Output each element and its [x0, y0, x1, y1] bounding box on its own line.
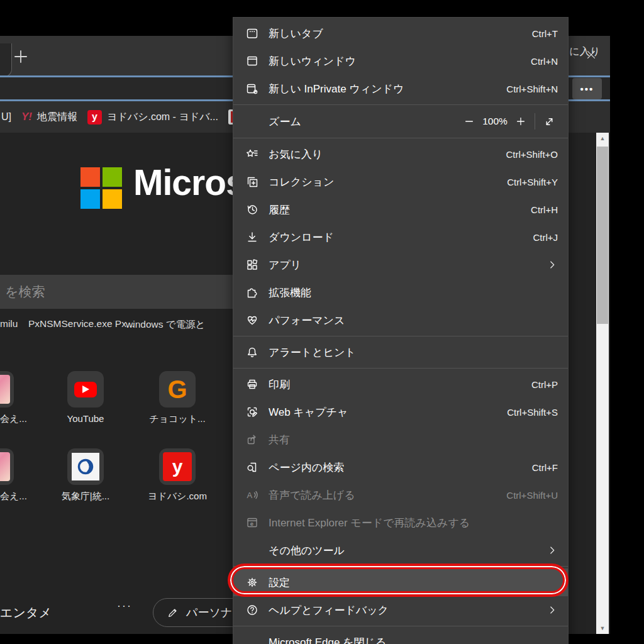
menu-item-find-on-page[interactable]: ページ内の検索Ctrl+F — [233, 453, 568, 481]
inprivate-icon — [246, 82, 258, 95]
menu-item-label: ページ内の検索 — [269, 460, 525, 475]
menu-item-performance[interactable]: パフォーマンス — [233, 306, 568, 334]
menu-item-shortcut: Ctrl+N — [531, 56, 558, 67]
menu-item-label: 音声で読み上げる — [269, 488, 499, 502]
print-icon — [246, 378, 258, 391]
menu-item-shortcut: Ctrl+J — [533, 232, 558, 243]
site-thumbnail-icon — [0, 375, 10, 404]
menu-item-settings[interactable]: 設定 — [233, 569, 568, 596]
ms-logo-red — [80, 167, 100, 187]
yahoo-favicon: Y! — [21, 111, 32, 123]
web-capture-icon — [246, 406, 258, 418]
zoom-in-button[interactable] — [512, 113, 530, 130]
menu-item-print[interactable]: 印刷Ctrl+P — [233, 370, 568, 398]
menu-item-shortcut: Ctrl+H — [531, 204, 558, 215]
no-icon — [246, 115, 258, 128]
collections-icon — [246, 175, 258, 188]
help-icon — [246, 604, 258, 616]
menu-item-more-tools[interactable]: その他のツール — [233, 536, 568, 564]
menu-item-new-tab[interactable]: 新しいタブCtrl+T — [233, 19, 568, 47]
scrollbar-down-icon[interactable]: ▼ — [596, 623, 609, 634]
fullscreen-icon — [543, 116, 555, 128]
menu-item-close-edge[interactable]: Microsoft Edge を閉じる — [233, 628, 568, 644]
menu-item-label: 新しいウィンドウ — [269, 54, 523, 69]
tile-label: ヨドバシ.com — [133, 491, 221, 502]
no-icon — [246, 544, 258, 557]
fullscreen-button[interactable] — [540, 113, 558, 130]
settings-and-more-button[interactable]: ••• — [572, 78, 602, 99]
chevron-right-icon — [547, 604, 558, 616]
ms-logo-yellow — [103, 189, 122, 209]
downloads-icon — [246, 231, 258, 243]
tile-partial-1[interactable] — [0, 371, 14, 408]
tile-yodobashi[interactable]: y — [159, 448, 196, 485]
tile-partial-2[interactable] — [0, 448, 14, 485]
active-tab-edge[interactable] — [0, 43, 12, 77]
performance-icon — [246, 314, 258, 326]
new-window-icon — [246, 55, 258, 67]
menu-item-history[interactable]: 履歴Ctrl+H — [233, 196, 568, 223]
scrollbar-thumb[interactable] — [597, 147, 608, 324]
bookmark-jishin[interactable]: Y!地震情報 — [21, 111, 77, 124]
menu-item-read-aloud: A音声で読み上げるCtrl+Shift+U — [233, 481, 568, 509]
menu-item-apps[interactable]: アプリ — [233, 251, 568, 279]
new-window-icon — [246, 55, 258, 67]
menu-item-downloads[interactable]: ダウンロードCtrl+J — [233, 223, 568, 251]
menu-item-label: 印刷 — [269, 377, 524, 392]
share-icon — [246, 433, 258, 446]
search-suggestion[interactable]: PxNSMService.exe Px... — [28, 318, 135, 330]
menu-item-shortcut: Ctrl+Shift+O — [506, 149, 558, 160]
zoom-out-button[interactable] — [460, 113, 478, 130]
menu-item-web-capture[interactable]: Web キャプチャCtrl+Shift+S — [233, 398, 568, 426]
feed-more-icon[interactable]: ··· — [117, 599, 132, 613]
svg-text:A: A — [247, 491, 253, 500]
tile-youtube[interactable] — [67, 371, 104, 408]
search-suggestion[interactable]: milu — [0, 318, 18, 330]
alerts-icon — [246, 346, 258, 358]
settings-icon — [246, 576, 258, 589]
menu-item-label: 設定 — [269, 575, 558, 590]
menu-item-zoom[interactable]: ズーム100% — [233, 107, 568, 136]
menu-item-new-window[interactable]: 新しいウィンドウCtrl+N — [233, 47, 568, 75]
favorites-icon — [246, 148, 258, 160]
menu-item-new-inprivate-window[interactable]: 新しい InPrivate ウィンドウCtrl+Shift+N — [233, 75, 568, 103]
web-capture-icon — [246, 406, 258, 418]
bookmark-yodobashi[interactable]: yヨドバシ.com - ヨドバ... — [87, 110, 218, 125]
menu-item-label: コレクション — [269, 175, 499, 189]
ms-logo-green — [103, 167, 122, 187]
site-thumbnail-icon — [0, 452, 10, 481]
menu-item-alerts-and-tips[interactable]: アラートとヒント — [233, 338, 568, 366]
jma-logo-icon — [72, 453, 99, 480]
menu-item-ie-mode: eInternet Explorer モードで再読み込みする — [233, 509, 568, 536]
scrollbar-up-icon[interactable]: ▲ — [596, 133, 609, 144]
menu-item-extensions[interactable]: 拡張機能 — [233, 279, 568, 306]
tile-jma[interactable] — [67, 448, 104, 485]
bookmark-label: U] — [1, 111, 11, 123]
menu-item-help-and-feedback[interactable]: ヘルプとフィードバック — [233, 596, 568, 624]
read-aloud-icon: A — [246, 489, 258, 501]
personalize-label: パーソナ — [186, 605, 232, 620]
search-box[interactable]: を検索 — [0, 275, 270, 309]
new-tab-button[interactable] — [13, 48, 29, 65]
menu-item-shortcut: Ctrl+P — [531, 379, 558, 390]
read-aloud-icon: A — [246, 489, 258, 501]
menu-item-label: Internet Explorer モードで再読み込みする — [269, 516, 558, 530]
extensions-icon — [246, 286, 258, 299]
find-icon — [246, 461, 258, 474]
feed-tab-entertainment[interactable]: エンタメ — [0, 604, 52, 621]
menu-item-collections[interactable]: コレクションCtrl+Shift+Y — [233, 168, 568, 196]
page-scrollbar[interactable]: ▲ ▼ — [596, 133, 609, 634]
tile-chocotto[interactable]: G — [159, 371, 196, 408]
help-icon — [246, 604, 258, 616]
menu-item-label: アプリ — [269, 258, 539, 272]
search-suggestion[interactable]: windows で電源と — [126, 318, 205, 331]
bookmarks-overflow-label[interactable]: に入り — [569, 36, 600, 67]
bookmark-partial-left[interactable]: U] — [1, 111, 11, 123]
menu-separator — [233, 368, 568, 369]
zoom-divider — [535, 113, 535, 130]
menu-item-favorites[interactable]: お気に入りCtrl+Shift+O — [233, 140, 568, 168]
menu-item-label: 新しいタブ — [269, 26, 525, 41]
plus-icon — [13, 48, 29, 65]
menu-item-shortcut: Ctrl+Shift+U — [506, 490, 558, 501]
chevron-right-icon — [547, 545, 558, 556]
